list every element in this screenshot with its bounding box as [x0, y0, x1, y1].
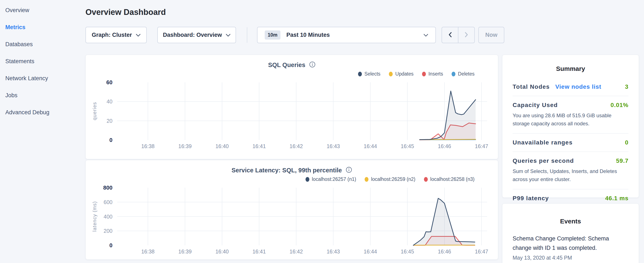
sidebar: Overview Metrics Databases Statements Ne…	[0, 0, 81, 263]
divider	[512, 151, 628, 152]
svg-text:0: 0	[110, 242, 112, 248]
summary-row-value: 3	[625, 83, 628, 90]
sidebar-item-advanced-debug[interactable]: Advanced Debug	[0, 104, 81, 121]
sidebar-item-label: Overview	[5, 7, 29, 14]
svg-text:16:38: 16:38	[141, 248, 154, 254]
svg-text:16:39: 16:39	[178, 143, 192, 149]
svg-text:16:38: 16:38	[141, 143, 154, 149]
summary-row-unavailable-ranges: Unavailable ranges 0	[512, 139, 628, 146]
svg-text:200: 200	[104, 228, 112, 234]
sidebar-item-label: Metrics	[5, 24, 26, 31]
toolbar-divider	[247, 27, 247, 43]
chevron-left-icon	[448, 32, 452, 38]
svg-text:16:39: 16:39	[178, 248, 192, 254]
chevron-right-icon	[464, 32, 468, 38]
chevron-down-icon	[226, 32, 230, 38]
time-range-label: Past 10 Minutes	[286, 32, 330, 38]
sidebar-item-statements[interactable]: Statements	[0, 53, 81, 70]
summary-row-label: Queries per second	[512, 157, 574, 164]
svg-text:16:45: 16:45	[401, 248, 414, 254]
summary-row-left: Total NodesView nodes list	[512, 83, 601, 90]
svg-text:16:40: 16:40	[216, 143, 229, 149]
svg-text:16:41: 16:41	[252, 143, 266, 149]
svg-text:20: 20	[106, 118, 112, 124]
service-latency-chart-card: Service Latency: SQL, 99th percentile lo…	[86, 160, 498, 259]
summary-heading: Summary	[512, 65, 628, 72]
sidebar-item-jobs[interactable]: Jobs	[0, 87, 81, 104]
summary-row-value: 59.7	[616, 157, 629, 164]
sql-queries-chart-card: SQL Queries Selects Updates Inserts Dele…	[86, 55, 498, 159]
summary-panel: Summary Total NodesView nodes list 3 Cap…	[502, 55, 639, 198]
svg-text:16:44: 16:44	[364, 143, 377, 149]
sidebar-item-network-latency[interactable]: Network Latency	[0, 70, 81, 87]
divider	[512, 133, 628, 134]
svg-text:60: 60	[106, 79, 112, 86]
sidebar-item-label: Statements	[5, 58, 34, 65]
svg-text:16:41: 16:41	[252, 248, 266, 254]
svg-text:16:42: 16:42	[290, 248, 303, 254]
svg-text:16:40: 16:40	[216, 248, 229, 254]
svg-text:16:42: 16:42	[290, 143, 303, 149]
service-latency-plot[interactable]: 16:3816:3916:4016:4116:4216:4316:4416:45…	[86, 160, 498, 258]
svg-text:16:45: 16:45	[401, 143, 414, 149]
prev-timespan-button[interactable]	[442, 27, 458, 43]
time-range-selector[interactable]: 10m Past 10 Minutes	[257, 27, 436, 43]
svg-text:40: 40	[106, 99, 112, 105]
summary-row-value: 0	[625, 139, 628, 146]
divider	[512, 96, 628, 96]
summary-row-p99-latency: P99 latency 46.1 ms	[512, 195, 628, 202]
svg-text:16:47: 16:47	[475, 143, 488, 149]
event-item-timestamp: May 13, 2020 at 4:45 PM	[512, 255, 628, 261]
sql-queries-plot[interactable]: 16:3816:3916:4016:4116:4216:4316:4416:45…	[86, 55, 498, 153]
event-item-text[interactable]: Schema Change Completed: Schema change w…	[512, 234, 619, 252]
svg-text:400: 400	[104, 214, 112, 220]
page-title: Overview Dashboard	[86, 8, 166, 17]
summary-row-label: P99 latency	[512, 195, 549, 202]
db-console-app: Overview Metrics Databases Statements Ne…	[0, 0, 644, 263]
dashboard-dropdown[interactable]: Dashboard: Overview	[157, 27, 236, 43]
sidebar-item-databases[interactable]: Databases	[0, 36, 81, 53]
svg-text:800: 800	[103, 184, 112, 191]
events-panel: Events Schema Change Completed: Schema c…	[502, 203, 639, 263]
sidebar-item-label: Advanced Debug	[5, 109, 49, 116]
svg-text:0: 0	[110, 137, 112, 143]
summary-row-capacity: Capacity Used 0.01%	[512, 102, 628, 109]
now-button[interactable]: Now	[478, 27, 504, 43]
summary-row-qps: Queries per second 59.7	[512, 157, 628, 164]
summary-row-label: Unavailable ranges	[512, 139, 572, 146]
svg-text:16:46: 16:46	[438, 143, 451, 149]
sidebar-item-label: Jobs	[5, 92, 18, 99]
svg-text:16:43: 16:43	[326, 248, 340, 254]
time-range-badge: 10m	[265, 31, 280, 40]
chevron-down-icon	[424, 32, 428, 38]
view-nodes-list-link[interactable]: View nodes list	[555, 83, 602, 90]
graph-scope-dropdown-label: Graph: Cluster	[92, 32, 132, 38]
dashboard-dropdown-label: Dashboard: Overview	[163, 32, 222, 38]
sidebar-item-label: Network Latency	[5, 75, 48, 82]
sidebar-item-label: Databases	[5, 41, 33, 48]
summary-row-description: Sum of Selects, Updates, Inserts, and De…	[512, 167, 628, 183]
summary-row-description: You are using 28.6 MiB of 515.9 GiB usab…	[512, 112, 628, 128]
summary-row-label: Total Nodes	[512, 83, 550, 90]
summary-row-total-nodes: Total NodesView nodes list 3	[512, 83, 628, 90]
time-step-buttons	[442, 27, 475, 43]
summary-row-label: Capacity Used	[512, 102, 558, 109]
summary-row-value: 46.1 ms	[605, 195, 628, 202]
svg-text:16:44: 16:44	[364, 248, 377, 254]
chevron-down-icon	[136, 32, 140, 38]
events-heading: Events	[512, 218, 628, 225]
divider	[512, 189, 628, 189]
svg-text:600: 600	[104, 199, 112, 205]
svg-text:16:47: 16:47	[475, 248, 488, 254]
sidebar-item-overview[interactable]: Overview	[0, 2, 81, 19]
svg-text:16:43: 16:43	[326, 143, 340, 149]
graph-scope-dropdown[interactable]: Graph: Cluster	[86, 27, 147, 43]
next-timespan-button[interactable]	[458, 27, 474, 43]
summary-row-value: 0.01%	[610, 102, 628, 109]
svg-text:16:46: 16:46	[438, 248, 451, 254]
sidebar-item-metrics[interactable]: Metrics	[0, 19, 81, 36]
